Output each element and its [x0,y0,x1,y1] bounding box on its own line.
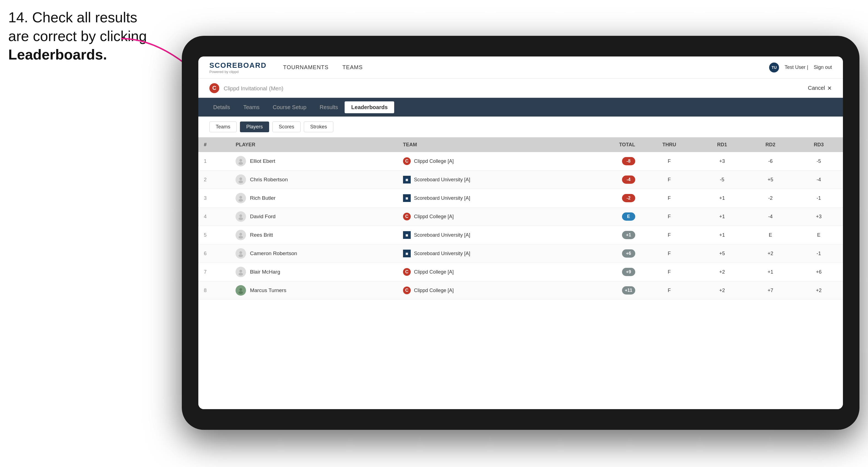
cell-rd3: -4 [795,170,843,189]
table-row: 7Blair McHargCClippd College [A]+9F+2+1+… [198,263,843,281]
team-name: Scoreboard University [A] [414,177,470,183]
cell-rd1: +2 [698,281,746,300]
svg-point-18 [239,254,243,257]
cell-thru: F [641,281,698,300]
team-name: Scoreboard University [A] [414,232,470,238]
cell-player: Cameron Robertson [230,244,397,263]
tab-teams[interactable]: Teams [237,101,266,113]
player-avatar [236,248,246,259]
tab-bar: Details Teams Course Setup Results Leade… [198,98,843,117]
cell-rd1: +5 [698,244,746,263]
cell-total: +1 [578,226,641,244]
instruction-text: 14. Check all results are correct by cli… [8,8,147,64]
col-rank: # [198,137,230,152]
player-avatar [236,267,246,277]
cell-thru: F [641,208,698,226]
table-row: 8Marcus TurnersCClippd College [A]+11F+2… [198,281,843,300]
tab-course-setup[interactable]: Course Setup [266,101,313,113]
tab-leaderboards[interactable]: Leaderboards [345,101,394,113]
cell-thru: F [641,170,698,189]
svg-point-14 [239,233,242,236]
team-logo-scoreboard: ▦ [403,176,411,184]
svg-point-21 [239,273,243,276]
top-navigation: SCOREBOARD Powered by clippd TOURNAMENTS… [198,57,843,79]
team-name: Clippd College [A] [414,214,454,220]
leaderboard-table-container: # PLAYER TEAM TOTAL THRU RD1 RD2 RD3 1El… [198,137,843,409]
cell-thru: F [641,226,698,244]
player-name: Rees Britt [250,232,273,238]
score-badge: +9 [622,268,635,276]
table-row: 2Chris Robertson▦Scoreboard University [… [198,170,843,189]
cell-total: -8 [578,152,641,170]
filter-teams[interactable]: Teams [209,122,237,132]
cell-rank: 5 [198,226,230,244]
cancel-button[interactable]: Cancel ✕ [808,85,832,91]
cell-thru: F [641,189,698,208]
player-avatar [236,193,246,203]
cell-rd1: +3 [698,152,746,170]
team-name: Clippd College [A] [414,269,454,275]
close-icon: ✕ [827,85,832,91]
nav-right: TU Test User | Sign out [769,63,832,72]
cell-rd3: +3 [795,208,843,226]
player-name: Cameron Robertson [250,250,297,256]
cell-player: Marcus Turners [230,281,397,300]
cell-team: ▦Scoreboard University [A] [398,189,578,208]
filter-players[interactable]: Players [240,122,269,132]
col-rd3: RD3 [795,137,843,152]
team-name: Clippd College [A] [414,288,454,293]
player-avatar [236,230,246,240]
cell-total: +6 [578,244,641,263]
cell-team: CClippd College [A] [398,152,578,170]
col-thru: THRU [641,137,698,152]
cell-total: E [578,208,641,226]
player-name: Chris Robertson [250,177,287,183]
nav-tournaments[interactable]: TOURNAMENTS [283,63,329,72]
player-avatar [236,211,246,222]
team-logo-clippd: C [403,286,411,294]
cell-player: David Ford [230,208,397,226]
cell-rd3: -1 [795,189,843,208]
filter-scores[interactable]: Scores [273,122,301,132]
score-badge: +1 [622,231,635,239]
tab-details[interactable]: Details [207,101,237,113]
cell-team: ▦Scoreboard University [A] [398,170,578,189]
cell-rd2: +1 [746,263,795,281]
player-avatar [236,175,246,185]
score-badge: -4 [622,176,635,184]
svg-point-8 [239,196,242,199]
filter-row: Teams Players Scores Strokes [198,117,843,137]
table-row: 3Rich Butler▦Scoreboard University [A]-2… [198,189,843,208]
tablet-device: SCOREBOARD Powered by clippd TOURNAMENTS… [182,36,860,430]
table-row: 6Cameron Robertson▦Scoreboard University… [198,244,843,263]
col-team: TEAM [398,137,578,152]
svg-point-24 [239,291,243,294]
nav-teams[interactable]: TEAMS [342,63,363,72]
cell-rank: 4 [198,208,230,226]
cell-rd3: -1 [795,244,843,263]
cell-rd2: -4 [746,208,795,226]
cell-rd1: -5 [698,170,746,189]
sign-out-link[interactable]: Sign out [814,64,832,70]
tab-results[interactable]: Results [313,101,345,113]
cell-total: -2 [578,189,641,208]
cell-rd2: E [746,226,795,244]
cell-total: +11 [578,281,641,300]
team-logo-clippd: C [403,213,411,220]
cell-rd1: +1 [698,226,746,244]
cell-team: CClippd College [A] [398,281,578,300]
cell-thru: F [641,152,698,170]
team-name: Clippd College [A] [414,158,454,164]
cell-rd2: -6 [746,152,795,170]
cell-rank: 3 [198,189,230,208]
tournament-header: C Clippd Invitational (Men) Cancel ✕ [198,79,843,98]
svg-point-23 [239,288,242,291]
col-player: PLAYER [230,137,397,152]
player-name: Blair McHarg [250,269,280,275]
filter-strokes[interactable]: Strokes [304,122,333,132]
svg-point-9 [239,199,243,202]
cell-player: Rich Butler [230,189,397,208]
player-name: Marcus Turners [250,287,286,293]
cell-total: -4 [578,170,641,189]
col-total: TOTAL [578,137,641,152]
